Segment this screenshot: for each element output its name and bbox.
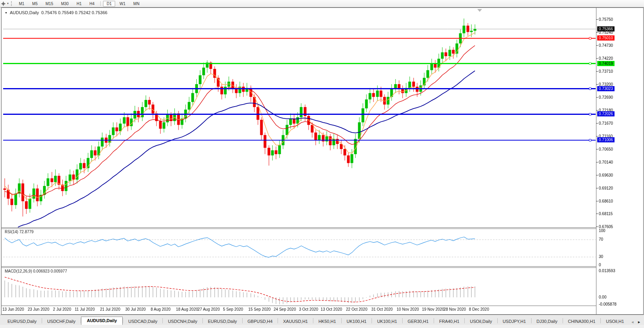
chart-title: ▼ AUDUSD,Daily 0.75476 0.75549 0.75242 0… bbox=[5, 10, 107, 15]
toolbar-caret-down-icon[interactable]: ▼ bbox=[7, 2, 9, 5]
chart-tab-xauusd-h1[interactable]: XAUUSD,H1 bbox=[278, 318, 313, 325]
date-axis-label: 30 Jul 2020 bbox=[125, 307, 146, 311]
timeframe-button-w1[interactable]: W1 bbox=[116, 1, 129, 7]
rsi-axis-label: 70 bbox=[599, 237, 603, 241]
tabs-scroll-left-icon[interactable]: ◄ bbox=[631, 320, 634, 324]
date-axis-label: 18 Aug 2020 bbox=[176, 307, 198, 311]
chart-tab-usoil-daily[interactable]: USOil,Daily bbox=[465, 318, 497, 325]
timeframe-toolbar: ▼ M1M5M15M30H1H4D1W1MN bbox=[0, 0, 644, 7]
chart-window[interactable]: ▼ AUDUSD,Daily 0.75476 0.75549 0.75242 0… bbox=[1, 7, 644, 315]
rsi-axis-label: 30 bbox=[599, 254, 603, 259]
date-axis-label: 2 Jul 2020 bbox=[53, 307, 71, 311]
chart-tab-usdjpy-h1[interactable]: USDJPY,H1 bbox=[497, 318, 531, 325]
price-axis-label: 0.68610 bbox=[599, 199, 613, 204]
current-price-tag: 0.75366 bbox=[597, 26, 615, 31]
timeframe-button-h4[interactable]: H4 bbox=[86, 1, 98, 7]
date-axis-label: 28 Nov 2020 bbox=[443, 307, 466, 311]
date-axis-label: 15 Sep 2020 bbox=[248, 307, 271, 311]
price-axis-label: 0.74220 bbox=[599, 56, 613, 61]
price-chart-canvas[interactable] bbox=[2, 8, 643, 314]
macd-axis-label: -0.005878 bbox=[599, 302, 616, 306]
date-axis-label: 5 Sep 2020 bbox=[223, 307, 243, 311]
crosshair-icon[interactable]: ▼ bbox=[0, 0, 10, 7]
rsi-axis-label: 0 bbox=[599, 263, 601, 267]
timeframe-button-m30[interactable]: M30 bbox=[57, 1, 72, 7]
date-axis-label: 3 Oct 2020 bbox=[299, 307, 318, 311]
last-bar-marker-icon bbox=[477, 9, 482, 12]
date-axis-label: 31 Oct 2020 bbox=[371, 307, 392, 311]
timeframe-button-m15[interactable]: M15 bbox=[42, 1, 57, 7]
chart-ohlc-values: 0.75476 0.75549 0.75242 0.75366 bbox=[41, 10, 107, 15]
chart-tab-uk100-h1[interactable]: UK100,H1 bbox=[372, 318, 402, 325]
chart-tabs: EURUSD,DailyUSDCHF,DailyAUDUSD,DailyUSDC… bbox=[2, 316, 629, 325]
price-axis-label: 0.70140 bbox=[599, 160, 613, 165]
date-axis-label: 8 Dec 2020 bbox=[469, 307, 489, 311]
timeframe-button-mn[interactable]: MN bbox=[130, 1, 143, 7]
hline-price-tag: 0.74019 bbox=[597, 61, 615, 66]
timeframe-button-m5[interactable]: M5 bbox=[29, 1, 41, 7]
symbol-caret-icon[interactable]: ▼ bbox=[5, 11, 7, 14]
date-axis-label: 10 Nov 2020 bbox=[397, 307, 419, 311]
timeframe-button-m1[interactable]: M1 bbox=[15, 1, 28, 7]
date-axis-label: 21 Jul 2020 bbox=[100, 307, 120, 311]
chart-tab-fra40-h1[interactable]: FRA40,H1 bbox=[434, 318, 464, 325]
status-strip bbox=[0, 325, 644, 328]
macd-indicator-label: MACD(12,26,9) 0.006923 0.005977 bbox=[5, 269, 67, 273]
date-axis-label: 13 Oct 2020 bbox=[321, 307, 342, 311]
chart-tab-usdcad-daily[interactable]: USDCAD,Daily bbox=[123, 318, 162, 325]
rsi-indicator-label: RSI(14) 72.8779 bbox=[5, 230, 33, 234]
chart-tab-china300-h1[interactable]: CHINA300,H1 bbox=[563, 318, 601, 325]
macd-axis-label: 0.00 bbox=[599, 295, 606, 299]
date-axis-label: 19 Nov 2020 bbox=[422, 307, 444, 311]
chart-tab-eurusd-daily[interactable]: EURUSD,Daily bbox=[2, 318, 42, 325]
date-axis-label: 23 Jun 2020 bbox=[28, 307, 49, 311]
mt4-terminal: ▼ M1M5M15M30H1H4D1W1MN ▼ AUDUSD,Daily 0.… bbox=[0, 0, 644, 328]
chart-tab-uk100-h1[interactable]: UK100,H1 bbox=[341, 318, 372, 325]
price-axis-label: 0.68115 bbox=[599, 211, 613, 216]
date-axis-label: 24 Sep 2020 bbox=[274, 307, 296, 311]
price-axis-label: 0.73710 bbox=[599, 69, 613, 74]
date-axis-label: 8 Aug 2020 bbox=[151, 307, 171, 311]
date-axis-label: 13 Jun 2020 bbox=[2, 307, 24, 311]
price-axis-label: 0.69630 bbox=[599, 173, 613, 178]
chart-tab-audusd-daily[interactable]: AUDUSD,Daily bbox=[81, 317, 123, 325]
hline-price-tag: 0.72026 bbox=[597, 111, 615, 116]
toolbar-separator bbox=[100, 1, 101, 6]
tabs-scroll-right-icon[interactable]: ► bbox=[637, 320, 641, 324]
chart-tab-hk50-h1[interactable]: HK50,H1 bbox=[313, 318, 341, 325]
chart-tab-ger30-h1[interactable]: GER30,H1 bbox=[403, 318, 434, 325]
timeframe-button-d1[interactable]: D1 bbox=[103, 1, 115, 7]
price-axis-label: 0.75750 bbox=[599, 17, 613, 22]
price-axis-label: 0.70650 bbox=[599, 147, 613, 152]
rsi-axis-label: 100 bbox=[599, 228, 605, 233]
chart-tab-bar: EURUSD,DailyUSDCHF,DailyAUDUSD,DailyUSDC… bbox=[0, 315, 644, 325]
price-axis-label: 0.69120 bbox=[599, 186, 613, 191]
hline-price-tag: 0.73023 bbox=[597, 86, 615, 91]
chart-symbol-label: AUDUSD,Daily bbox=[10, 10, 39, 15]
chart-tab-usoil-h1[interactable]: USOil,H1 bbox=[601, 318, 629, 325]
hline-price-tag: 0.71006 bbox=[597, 137, 615, 142]
timeframe-button-h1[interactable]: H1 bbox=[73, 1, 85, 7]
macd-axis-label: 0.013593 bbox=[599, 269, 615, 273]
price-axis-label: 0.74730 bbox=[599, 43, 613, 48]
chart-tab-gbpusd-h4[interactable]: GBPUSD,H4 bbox=[243, 318, 278, 325]
price-axis-label: 0.71670 bbox=[599, 121, 613, 126]
chart-tab-usdcnh-daily[interactable]: USDCNH,Daily bbox=[163, 318, 202, 325]
hline-price-tag: 0.75010 bbox=[597, 35, 615, 41]
date-axis-label: 22 Oct 2020 bbox=[346, 307, 367, 311]
price-axis-label: 0.72690 bbox=[599, 95, 613, 100]
chart-tab-dj30-daily[interactable]: DJ30,Daily bbox=[531, 318, 562, 325]
toolbar-grip[interactable] bbox=[11, 1, 13, 6]
chart-tab-eurusd-daily[interactable]: EURUSD,Daily bbox=[203, 318, 242, 325]
date-axis-label: 27 Aug 2020 bbox=[198, 307, 220, 311]
timeframe-buttons: M1M5M15M30H1H4D1W1MN bbox=[15, 1, 144, 7]
date-axis-label: 11 Jul 2020 bbox=[75, 307, 95, 311]
chart-tab-usdchf-daily[interactable]: USDCHF,Daily bbox=[42, 318, 81, 325]
